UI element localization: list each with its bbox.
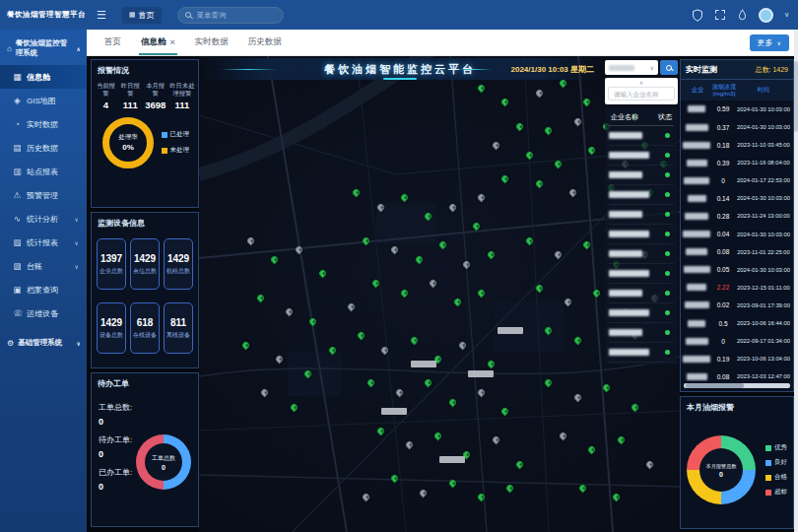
map-pin[interactable] (486, 360, 496, 369)
avatar[interactable] (759, 8, 773, 23)
map-pin[interactable] (559, 431, 568, 440)
map-pin[interactable] (644, 459, 654, 469)
map-pin[interactable] (567, 188, 577, 198)
map-canvas[interactable]: 餐饮油烟智能监控云平台 2024/1/30 10:03 星期二 ∨ ∧ (199, 56, 680, 532)
map-pin[interactable] (554, 160, 564, 169)
sidebar-item-3[interactable]: ▤历史数据 (0, 136, 87, 160)
company-list-item[interactable] (609, 244, 674, 264)
tab-3[interactable]: 历史数据 (238, 30, 292, 55)
scrollbar-thumb[interactable] (686, 383, 744, 388)
map-pin[interactable] (327, 345, 337, 355)
table-row-1[interactable]: 0.372024-01-30 10:03:00 (681, 118, 793, 136)
table-row-6[interactable]: 0.282023-11-24 13:00:00 (681, 207, 793, 225)
map-pin[interactable] (572, 116, 582, 126)
map-pin[interactable] (631, 402, 640, 412)
company-list-item[interactable] (609, 225, 674, 244)
scrollbar-thumb[interactable] (794, 61, 798, 132)
map-pin[interactable] (477, 493, 487, 502)
map-pin[interactable] (438, 240, 448, 250)
table-row-5[interactable]: 0.142024-01-30 10:03:00 (681, 189, 793, 207)
sidebar-item-7[interactable]: ▧统计报表∨ (0, 231, 87, 254)
map-pin[interactable] (587, 145, 597, 155)
map-pin[interactable] (419, 488, 429, 498)
table-row-14[interactable]: 0.192023-10-06 13:04:00 (681, 350, 793, 367)
company-list-item[interactable] (609, 284, 674, 303)
horizontal-scrollbar[interactable] (684, 383, 790, 388)
collapse-caret-icon[interactable]: ∧ (608, 80, 675, 87)
tab-2[interactable]: 实时数据 (185, 30, 238, 55)
map-pin[interactable] (357, 331, 366, 341)
sidebar-item-0[interactable]: ▦信息舱 (0, 65, 87, 89)
map-pin[interactable] (303, 368, 313, 378)
map-pin[interactable] (563, 298, 572, 307)
map-pin[interactable] (572, 392, 582, 402)
table-row-10[interactable]: 2.222023-12-15 01:11:00 (681, 279, 793, 297)
map-pin[interactable] (366, 378, 375, 388)
map-pin[interactable] (572, 336, 582, 346)
shield-icon[interactable] (692, 9, 703, 22)
map-pin[interactable] (361, 493, 370, 502)
map-pin[interactable] (491, 435, 500, 445)
sidebar-item-5[interactable]: ⚠预警管理 (0, 183, 87, 207)
table-row-15[interactable]: 0.082023-12-03 12:47:00 (681, 367, 793, 381)
map-pin[interactable] (500, 407, 510, 417)
map-pin[interactable] (472, 222, 482, 232)
sidebar-group2-header[interactable]: ⚙ 基础管理系统 ∨ (0, 329, 87, 355)
map-pin[interactable] (347, 302, 357, 312)
map-pin[interactable] (318, 269, 328, 279)
sidebar-item-1[interactable]: ◈GIS地图 (0, 89, 87, 112)
map-pin[interactable] (429, 279, 438, 289)
sidebar-item-6[interactable]: ∿统计分析∨ (0, 207, 87, 231)
fullscreen-icon[interactable] (714, 9, 726, 21)
map-pin[interactable] (390, 245, 400, 255)
sidebar-group-header[interactable]: ⌂ 餐饮油烟监控管理系统 ∧ (0, 30, 87, 65)
map-pin[interactable] (457, 340, 467, 350)
menu-search-input[interactable] (195, 10, 276, 21)
table-row-4[interactable]: 02024-01-17 22:53:00 (681, 171, 793, 189)
map-pin[interactable] (390, 474, 400, 484)
table-row-2[interactable]: 0.182023-11-10 03:45:00 (681, 136, 793, 154)
company-list-item[interactable] (609, 264, 674, 284)
sidebar-item-8[interactable]: ▨台账∨ (0, 254, 87, 278)
map-pin[interactable] (500, 98, 510, 107)
map-pin[interactable] (477, 193, 487, 203)
map-pin[interactable] (611, 493, 621, 502)
map-pin[interactable] (477, 388, 487, 398)
map-pin[interactable] (255, 293, 265, 302)
table-row-8[interactable]: 0.082023-11-01 22:25:00 (681, 243, 793, 261)
company-list-item[interactable] (609, 343, 674, 363)
map-pin[interactable] (409, 336, 419, 346)
company-select[interactable]: ∨ (605, 60, 658, 75)
map-pin[interactable] (370, 279, 380, 289)
company-name-input[interactable] (612, 90, 671, 99)
company-list-item[interactable] (609, 126, 674, 146)
map-pin[interactable] (559, 79, 568, 89)
map-pin[interactable] (400, 288, 410, 298)
map-pin[interactable] (270, 254, 280, 264)
map-pin[interactable] (544, 378, 554, 388)
map-pin[interactable] (477, 84, 487, 94)
table-row-12[interactable]: 0.52023-10-06 16:44:00 (681, 314, 793, 332)
map-pin[interactable] (515, 121, 525, 131)
sidebar-item-4[interactable]: ▥站点报表 (0, 160, 87, 183)
map-pin[interactable] (505, 483, 515, 493)
map-pin[interactable] (462, 259, 472, 269)
map-pin[interactable] (477, 288, 487, 298)
map-pin[interactable] (395, 388, 405, 398)
close-icon[interactable]: × (170, 37, 175, 47)
map-pin[interactable] (424, 212, 433, 222)
map-pin[interactable] (534, 178, 544, 188)
table-row-9[interactable]: 0.052024-01-30 10:03:00 (681, 261, 793, 279)
table-row-7[interactable]: 0.042024-01-30 10:03:00 (681, 226, 793, 243)
map-pin[interactable] (534, 88, 544, 98)
table-row-11[interactable]: 0.022023-09-01 17:39:00 (681, 297, 793, 314)
map-pin[interactable] (544, 326, 554, 336)
company-list-item[interactable] (609, 323, 674, 343)
map-pin[interactable] (577, 483, 587, 493)
map-pin[interactable] (515, 459, 525, 469)
map-pin[interactable] (375, 426, 385, 435)
map-pin[interactable] (400, 193, 410, 203)
map-pin[interactable] (260, 388, 270, 398)
table-row-13[interactable]: 02022-09-17 01:34:00 (681, 332, 793, 350)
company-list-item[interactable] (609, 185, 674, 205)
